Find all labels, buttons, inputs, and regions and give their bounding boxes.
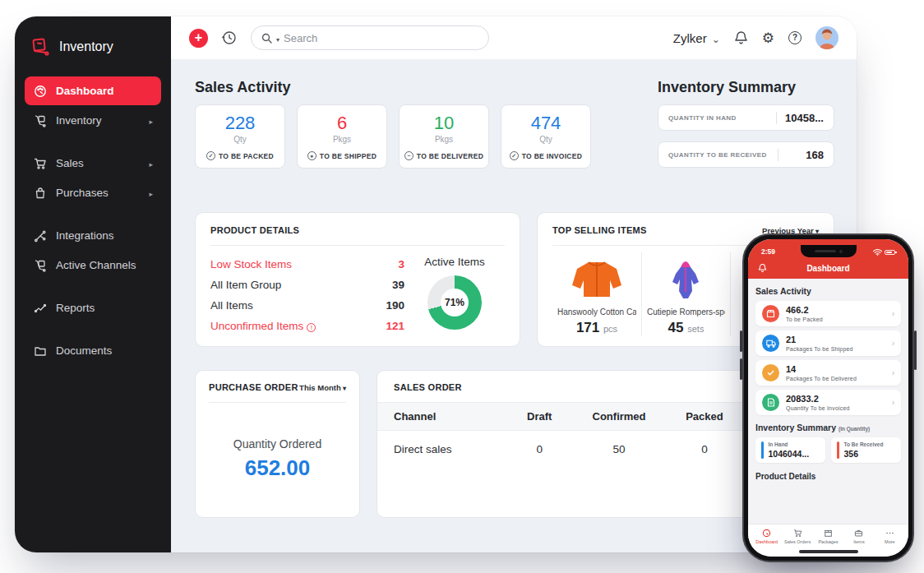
sidebar: Inventory Dashboard [15, 16, 171, 552]
sidebar-item-documents[interactable]: Documents [25, 336, 161, 365]
recent-history-button[interactable] [221, 30, 238, 46]
product-unit: sets [687, 324, 704, 334]
product-unit: pcs [603, 324, 617, 334]
sidebar-divider [25, 280, 161, 293]
notifications-button[interactable] [734, 30, 748, 45]
sidebar-item-label: Active Channels [56, 259, 136, 271]
sidebar-item-dashboard[interactable]: Dashboard [25, 76, 161, 105]
column-header: Confirmed [572, 410, 665, 423]
box-icon [762, 305, 779, 322]
stat-label: TO BE PACKED [219, 152, 274, 160]
stat-value: 10 [434, 113, 454, 134]
top-selling-item[interactable]: Hanswooly Cotton Cas... 171 pcs [552, 252, 641, 336]
chevron-right-icon [149, 157, 153, 169]
quick-add-button[interactable]: + [189, 29, 208, 48]
chevron-down-icon [712, 31, 720, 45]
bag-icon [33, 186, 47, 200]
row-low-stock-items[interactable]: Low Stock Items 3 [210, 254, 404, 275]
summary-row-quantity-in-hand: QUANTITY IN HAND 10458... [658, 104, 834, 131]
phone-inv-value: 356 [844, 449, 884, 459]
phone-card-quantity-invoiced[interactable]: 20833.2 Quantity To be Invoiced [755, 390, 901, 415]
inventory-summary: QUANTITY IN HAND 10458... QUANTITY TO BE… [658, 104, 834, 178]
stat-card-to-be-shipped[interactable]: 6 Pkgs ● TO BE SHIPPED [297, 104, 387, 169]
summary-value: 10458... [776, 112, 824, 124]
phone-nav-label: More [885, 539, 895, 544]
sidebar-item-label: Inventory [56, 114, 102, 127]
sidebar-item-sales[interactable]: Sales [25, 149, 161, 178]
product-qty: 171 [576, 320, 599, 335]
row-all-item-group[interactable]: All Item Group 39 [210, 275, 404, 295]
stat-value: 474 [531, 113, 561, 134]
panel-title: PURCHASE ORDER [209, 382, 298, 392]
user-avatar[interactable] [815, 26, 839, 49]
purchase-order-period-select[interactable]: This Month [299, 383, 346, 392]
info-icon[interactable]: ! [307, 323, 316, 332]
phone-nav-label: Items [853, 539, 864, 544]
phone-home-indicator[interactable] [799, 550, 858, 553]
sidebar-item-purchases[interactable]: Purchases [25, 178, 161, 207]
help-button[interactable]: ? [788, 31, 802, 44]
column-header: Packed [666, 410, 744, 423]
phone-inventory-summary-title: Inventory Summary (In Quantity) [755, 423, 901, 432]
stat-card-to-be-packed[interactable]: 228 Qty ✓ TO BE PACKED [195, 104, 285, 169]
product-details-panel: PRODUCT DETAILS Low Stock Items 3 All It… [195, 212, 520, 347]
phone-app-header: Dashboard [748, 257, 908, 279]
settings-button[interactable]: ⚙ [762, 30, 774, 47]
phone-to-be-received-card[interactable]: To Be Received 356 [831, 437, 901, 463]
stat-card-to-be-invoiced[interactable]: 474 Qty ✓ TO BE INVOICED [501, 104, 591, 169]
check-badge-icon [762, 364, 779, 381]
sidebar-item-label: Integrations [56, 229, 114, 242]
row-unconfirmed-items[interactable]: Unconfirmed Items! 121 [210, 316, 404, 336]
org-selector[interactable]: Zylker [673, 31, 720, 45]
app-logo: Inventory [25, 30, 161, 76]
sidebar-divider [25, 136, 161, 148]
minus-circle-icon: − [404, 151, 413, 160]
search-scope-caret-icon[interactable] [276, 30, 280, 45]
chevron-right-icon [892, 398, 894, 407]
stat-unit: Pkgs [333, 135, 351, 144]
row-all-items[interactable]: All Items 190 [210, 295, 404, 316]
active-items-donut: 71% [427, 275, 482, 330]
sidebar-item-label: Purchases [56, 187, 109, 199]
inventory-summary-title: Inventory Summary [658, 79, 796, 96]
chevron-right-icon [892, 368, 894, 377]
top-selling-item[interactable]: Cutiepie Rompers-spo... 45 sets [641, 252, 730, 336]
row-value: 39 [392, 279, 404, 291]
stat-label: TO BE DELIVERED [417, 152, 483, 160]
column-header: Draft [506, 410, 572, 423]
stat-value: 228 [225, 113, 256, 134]
row-label: All Item Group [210, 279, 281, 291]
phone-clock: 2:59 [761, 247, 775, 256]
phone-card-label: Quantity To be Invoiced [786, 405, 850, 411]
phone-in-hand-card[interactable]: In Hand 1046044... [755, 437, 825, 463]
product-image-cardigan [564, 256, 630, 303]
sidebar-item-inventory[interactable]: Inventory [25, 106, 161, 135]
channels-icon [33, 258, 47, 272]
phone-card-packages-delivered[interactable]: 14 Packages To be Delivered [755, 360, 901, 386]
sidebar-item-active-channels[interactable]: Active Channels [25, 251, 161, 280]
phone-card-label: Packages To be Shipped [786, 346, 853, 352]
org-name: Zylker [673, 31, 707, 45]
product-name: Hanswooly Cotton Cas... [557, 307, 636, 317]
sidebar-item-integrations[interactable]: Integrations [25, 221, 161, 250]
phone-mockup: 2:59 Dashboard Sales Activity [742, 233, 914, 562]
cell-packed: 0 [666, 443, 744, 455]
metric-value: 652.00 [209, 455, 346, 481]
stat-label: TO BE SHIPPED [320, 152, 377, 160]
search-input[interactable] [284, 32, 478, 44]
search-icon [261, 33, 272, 44]
divider [210, 245, 505, 246]
check-circle-icon: ✓ [510, 151, 519, 160]
row-label: All Items [210, 299, 253, 312]
stat-card-to-be-delivered[interactable]: 10 Pkgs − TO BE DELIVERED [399, 104, 489, 169]
battery-icon [885, 250, 895, 255]
search-bar[interactable] [251, 25, 489, 50]
sidebar-item-reports[interactable]: Reports [25, 293, 161, 322]
phone-card-to-be-packed[interactable]: 466.2 To be Packed [755, 301, 901, 326]
accent-bar [837, 441, 839, 459]
summary-label: QUANTITY TO BE RECEIVED [668, 151, 778, 159]
phone-card-label: To be Packed [786, 317, 823, 322]
phone-screen: 2:59 Dashboard Sales Activity [748, 239, 908, 557]
phone-card-packages-shipped[interactable]: 21 Packages To be Shipped [755, 330, 901, 356]
phone-nav-label: Sales Orders [784, 539, 811, 544]
